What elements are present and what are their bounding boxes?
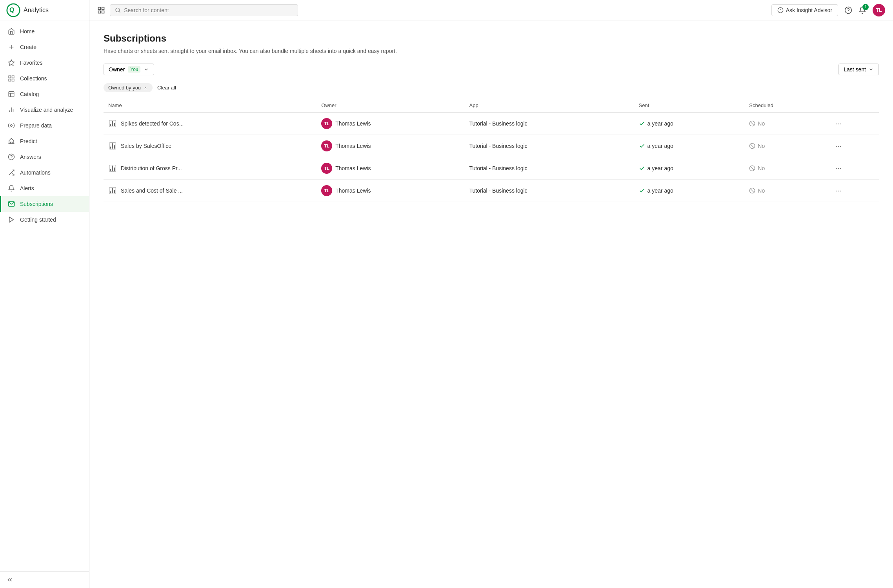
- sent-time: a year ago: [647, 165, 673, 171]
- sidebar-item-label: Automations: [20, 169, 51, 176]
- search-bar[interactable]: [110, 4, 298, 16]
- notification-bell-icon[interactable]: 1: [858, 6, 866, 14]
- owner-avatar: TL: [321, 140, 332, 151]
- main-content: Subscriptions Have charts or sheets sent…: [89, 20, 893, 588]
- table-row: Sales and Cost of Sale ... TL Thomas Lew…: [104, 180, 879, 202]
- sidebar-item-automations[interactable]: Automations: [0, 165, 89, 180]
- sidebar-item-label: Create: [20, 44, 36, 50]
- subscription-name: Sales by SalesOffice: [121, 143, 171, 149]
- sidebar-item-alerts[interactable]: Alerts: [0, 180, 89, 196]
- col-owner: Owner: [316, 98, 464, 113]
- svg-rect-25: [102, 11, 104, 13]
- app-name: Tutorial - Business logic: [469, 165, 527, 171]
- active-filter-label: Owned by you: [108, 85, 141, 91]
- answers-icon: [7, 153, 15, 161]
- scheduled-value: No: [758, 188, 765, 194]
- sidebar-item-label: Answers: [20, 154, 41, 160]
- svg-rect-24: [98, 11, 101, 13]
- insight-advisor-button[interactable]: Ask Insight Advisor: [771, 4, 838, 16]
- app-name: Tutorial - Business logic: [469, 188, 527, 194]
- sidebar-item-catalog[interactable]: Catalog: [0, 86, 89, 102]
- owner-name: Thomas Lewis: [335, 165, 371, 171]
- svg-line-40: [751, 122, 754, 125]
- sort-label: Last sent: [844, 66, 866, 73]
- cell-name-2: Distribution of Gross Pr...: [108, 164, 312, 173]
- chevron-down-icon: [868, 67, 874, 72]
- svg-rect-8: [12, 79, 14, 81]
- help-icon[interactable]: [844, 6, 852, 14]
- no-schedule-icon: [749, 120, 755, 127]
- table-row: Distribution of Gross Pr... TL Thomas Le…: [104, 157, 879, 180]
- search-icon: [115, 7, 121, 13]
- sidebar-item-home[interactable]: Home: [0, 24, 89, 39]
- sidebar-item-label: Getting started: [20, 217, 56, 223]
- owner-avatar: TL: [321, 118, 332, 129]
- col-actions: [829, 98, 879, 113]
- table-row: Sales by SalesOffice TL Thomas Lewis Tut…: [104, 135, 879, 157]
- sidebar-item-label: Predict: [20, 138, 37, 144]
- cell-name-1: Sales by SalesOffice: [108, 142, 312, 150]
- sidebar-item-label: Home: [20, 28, 35, 35]
- sidebar-item-label: Subscriptions: [20, 201, 53, 207]
- chevron-down-icon: [144, 67, 149, 72]
- sidebar-item-predict[interactable]: Predict: [0, 133, 89, 149]
- page-description: Have charts or sheets sent straight to y…: [104, 48, 879, 54]
- topbar: Ask Insight Advisor 1 TL: [89, 0, 893, 20]
- owner-name: Thomas Lewis: [335, 120, 371, 127]
- grid-menu-icon[interactable]: [97, 6, 105, 14]
- subscriptions-icon: [7, 200, 15, 208]
- sidebar-item-label: Catalog: [20, 91, 39, 97]
- owner-cell-1: TL Thomas Lewis: [321, 140, 460, 151]
- sent-time: a year ago: [647, 143, 673, 149]
- more-options-button-1[interactable]: ···: [833, 141, 844, 151]
- main-wrapper: Ask Insight Advisor 1 TL Subscriptions H…: [89, 0, 893, 588]
- table-header: Name Owner App Sent Scheduled: [104, 98, 879, 113]
- no-schedule-icon: [749, 143, 755, 149]
- sidebar-item-label: Favorites: [20, 60, 43, 66]
- sent-cell-1: a year ago: [639, 143, 740, 149]
- svg-point-15: [11, 125, 13, 127]
- getting-started-icon: [7, 216, 15, 224]
- sent-cell-3: a year ago: [639, 188, 740, 194]
- sidebar-item-collections[interactable]: Collections: [0, 71, 89, 86]
- more-options-button-0[interactable]: ···: [833, 119, 844, 129]
- scheduled-value: No: [758, 143, 765, 149]
- user-avatar[interactable]: TL: [873, 4, 885, 16]
- sidebar-item-prepare[interactable]: Prepare data: [0, 118, 89, 133]
- sent-time: a year ago: [647, 188, 673, 194]
- active-filters: Owned by you Clear all: [104, 83, 879, 92]
- svg-line-46: [751, 144, 754, 147]
- sidebar-item-favorites[interactable]: Favorites: [0, 55, 89, 71]
- scheduled-cell-2: No: [749, 165, 824, 171]
- collapse-button[interactable]: [6, 576, 83, 583]
- sidebar-item-answers[interactable]: Answers: [0, 149, 89, 165]
- sidebar-item-getting-started[interactable]: Getting started: [0, 212, 89, 228]
- no-schedule-icon: [749, 188, 755, 194]
- sort-select[interactable]: Last sent: [838, 64, 879, 75]
- svg-rect-6: [12, 76, 14, 78]
- subscription-name: Sales and Cost of Sale ...: [121, 188, 183, 194]
- more-options-button-2[interactable]: ···: [833, 164, 844, 173]
- sidebar-item-subscriptions[interactable]: Subscriptions: [0, 196, 89, 212]
- owner-filter[interactable]: Owner You: [104, 64, 154, 75]
- automations-icon: [7, 169, 15, 177]
- qlik-logo-icon: Q: [6, 3, 20, 17]
- scheduled-value: No: [758, 165, 765, 171]
- owner-avatar: TL: [321, 163, 332, 174]
- sidebar-item-create[interactable]: Create: [0, 39, 89, 55]
- subscriptions-table: Name Owner App Sent Scheduled: [104, 98, 879, 202]
- more-options-button-3[interactable]: ···: [833, 186, 844, 196]
- owner-cell-2: TL Thomas Lewis: [321, 163, 460, 174]
- star-icon: [7, 59, 15, 67]
- cell-name-3: Sales and Cost of Sale ...: [108, 186, 312, 195]
- chart-icon: [7, 106, 15, 114]
- page-title: Subscriptions: [104, 33, 879, 44]
- clear-all-link[interactable]: Clear all: [157, 85, 176, 91]
- sidebar-item-visualize[interactable]: Visualize and analyze: [0, 102, 89, 118]
- search-input[interactable]: [124, 7, 293, 13]
- sidebar-bottom: [0, 571, 89, 588]
- svg-rect-7: [9, 79, 11, 81]
- owned-by-you-filter-tag[interactable]: Owned by you: [104, 83, 153, 92]
- sidebar-item-label: Alerts: [20, 185, 34, 191]
- topbar-right: Ask Insight Advisor 1 TL: [771, 4, 885, 16]
